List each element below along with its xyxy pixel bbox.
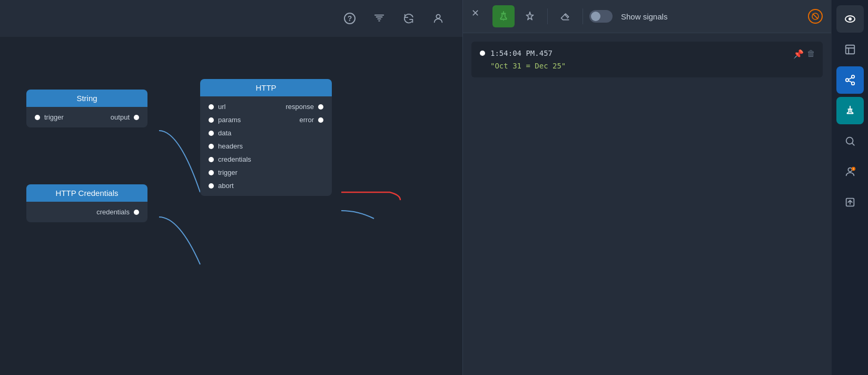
http-credentials-label: credentials (218, 155, 251, 163)
string-node-body: trigger output (26, 107, 147, 127)
http-params-dot (209, 117, 214, 123)
http-trigger-row: trigger (209, 169, 323, 176)
sidebar-eye-icon[interactable] (836, 5, 864, 33)
svg-text:!: ! (853, 167, 854, 171)
refresh-icon[interactable] (400, 10, 417, 27)
sidebar: ! (831, 0, 868, 375)
right-panel: ✕ (462, 0, 831, 375)
http-node-header: HTTP (200, 79, 332, 96)
http-response-port[interactable]: response (286, 103, 323, 111)
svg-rect-7 (845, 45, 854, 54)
user-icon[interactable] (430, 10, 447, 27)
http-url-label: url (218, 103, 225, 111)
toolbar-actions: Show signals (492, 5, 667, 27)
http-headers-dot (209, 144, 214, 149)
http-abort-dot (209, 183, 214, 189)
http-headers-port[interactable]: headers (209, 142, 243, 150)
string-trigger-label: trigger (44, 113, 64, 121)
http-url-response-row: url response (209, 103, 323, 111)
string-trigger-row: trigger output (35, 113, 139, 121)
http-response-dot (318, 104, 323, 110)
string-output-dot (134, 115, 139, 120)
http-data-row: data (209, 129, 323, 137)
http-node[interactable]: HTTP url response (200, 79, 332, 196)
svg-point-3 (503, 19, 504, 21)
panel-toolbar: Show signals (463, 0, 831, 33)
http-creds-credentials-label: credentials (96, 208, 130, 216)
signal-dot (480, 51, 485, 56)
string-trigger-dot (35, 115, 40, 120)
help-icon[interactable]: ? (341, 10, 358, 27)
http-credentials-dot (209, 157, 214, 162)
http-creds-credentials-dot (134, 210, 139, 215)
sidebar-layout-icon[interactable] (836, 36, 864, 63)
string-output-label: output (111, 113, 130, 121)
http-data-dot (209, 131, 214, 136)
eraser-button[interactable] (554, 5, 576, 27)
http-node-body: url response params error (200, 96, 332, 196)
pin-signal-icon[interactable]: 📌 (793, 49, 804, 59)
filter-icon[interactable] (371, 10, 388, 27)
close-panel-button[interactable]: ✕ (471, 7, 479, 19)
http-error-label: error (300, 116, 314, 124)
sidebar-share-icon[interactable] (836, 66, 864, 94)
sidebar-person-badge-icon[interactable]: ! (836, 158, 864, 185)
http-error-port[interactable]: error (300, 116, 323, 124)
node-canvas[interactable]: String trigger output HTTP Credentia (0, 37, 462, 375)
svg-point-10 (851, 82, 854, 85)
signal-actions: 📌 🗑 (793, 49, 815, 59)
http-data-label: data (218, 129, 231, 137)
usb-toolbar-button[interactable] (492, 5, 515, 27)
http-abort-row: abort (209, 182, 323, 190)
svg-point-8 (851, 75, 854, 78)
http-creds-node[interactable]: HTTP Credentials credentials (26, 184, 147, 222)
top-bar: ? (0, 0, 462, 37)
delete-signal-icon[interactable]: 🗑 (807, 49, 815, 59)
toolbar-divider (547, 8, 548, 24)
canvas-area: ? (0, 0, 462, 375)
string-node[interactable]: String trigger output (26, 90, 147, 127)
http-headers-label: headers (218, 142, 243, 150)
sidebar-usb-icon[interactable] (836, 97, 864, 124)
svg-point-6 (849, 17, 852, 21)
svg-point-12 (848, 168, 852, 172)
signal-value: "Oct 31 = Dec 25" (480, 62, 814, 70)
http-params-port[interactable]: params (209, 116, 241, 124)
http-abort-port[interactable]: abort (209, 182, 234, 190)
show-signals-toggle[interactable] (589, 10, 613, 23)
http-trigger-port[interactable]: trigger (209, 169, 238, 176)
signal-timestamp: 1:54:04 PM.457 (490, 49, 553, 57)
http-credentials-port[interactable]: credentials (209, 155, 251, 163)
http-trigger-label: trigger (218, 169, 238, 176)
sidebar-export-icon[interactable] (836, 189, 864, 216)
string-node-header: String (26, 90, 147, 107)
panel-content: 1:54:04 PM.457 📌 🗑 "Oct 31 = Dec 25" (463, 33, 831, 375)
signal-entry: 1:54:04 PM.457 📌 🗑 "Oct 31 = Dec 25" (471, 42, 823, 77)
http-headers-row: headers (209, 142, 323, 150)
sidebar-search-icon[interactable] (836, 127, 864, 155)
http-abort-label: abort (218, 182, 234, 190)
toolbar-divider-2 (583, 8, 583, 24)
show-signals-label: Show signals (621, 12, 667, 21)
http-trigger-dot (209, 170, 214, 175)
http-error-dot (318, 117, 323, 123)
http-data-port[interactable]: data (209, 129, 231, 137)
svg-point-2 (436, 15, 440, 18)
signal-header: 1:54:04 PM.457 📌 🗑 (480, 49, 814, 57)
pin-button[interactable] (519, 5, 541, 27)
http-response-label: response (286, 103, 314, 111)
http-creds-header: HTTP Credentials (26, 184, 147, 202)
http-url-port[interactable]: url (209, 103, 225, 111)
svg-point-9 (845, 78, 849, 82)
http-creds-body: credentials (26, 202, 147, 222)
http-params-error-row: params error (209, 116, 323, 124)
string-trigger-port[interactable]: trigger (35, 113, 64, 121)
svg-text:?: ? (348, 14, 352, 23)
http-creds-credentials-port[interactable]: credentials (96, 208, 139, 216)
http-creds-creds-row: credentials (35, 208, 139, 216)
http-credentials-row: credentials (209, 155, 323, 163)
cancel-signals-button[interactable] (808, 9, 823, 24)
http-url-dot (209, 104, 214, 110)
string-output-port[interactable]: output (111, 113, 139, 121)
http-params-label: params (218, 116, 241, 124)
